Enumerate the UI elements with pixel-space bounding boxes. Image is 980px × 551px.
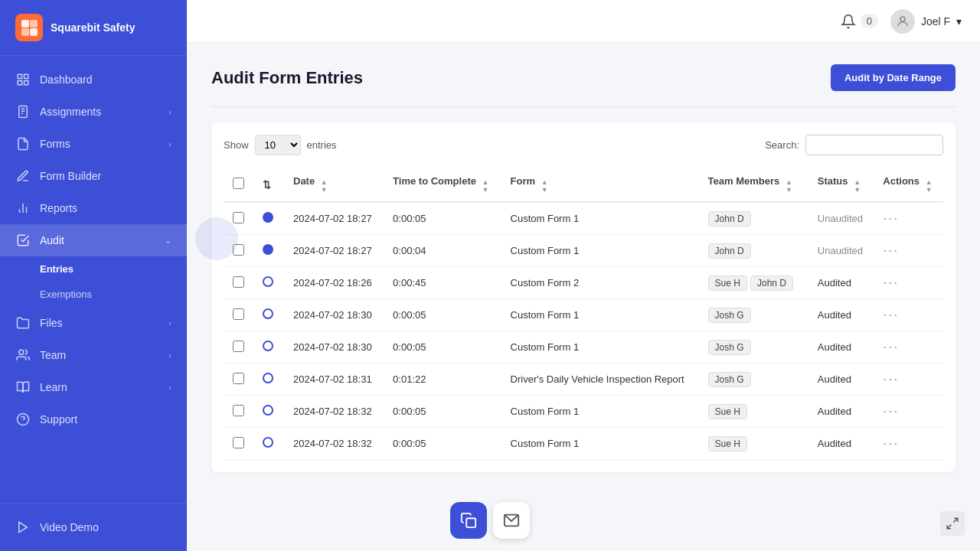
entries-select[interactable]: 10 25 50 100 (255, 135, 301, 155)
svg-marker-18 (19, 522, 28, 533)
svg-rect-5 (24, 74, 28, 78)
notification-count: 0 (861, 14, 878, 28)
status-dot (263, 212, 273, 223)
row-checkbox-cell (224, 299, 253, 331)
sidebar-item-form-builder[interactable]: Form Builder (0, 160, 187, 192)
sidebar-item-assignments[interactable]: Assignments › (0, 96, 187, 128)
actions-menu-button[interactable]: ··· (883, 339, 899, 355)
row-checkbox[interactable] (233, 308, 244, 320)
row-status: Audited (808, 299, 874, 331)
actions-menu-button[interactable]: ··· (883, 275, 899, 291)
actions-menu-button[interactable]: ··· (883, 403, 899, 419)
member-badge: John D (708, 243, 751, 259)
user-menu[interactable]: Joel F ▾ (890, 9, 962, 34)
row-status-dot-cell (253, 364, 284, 396)
time-col-header[interactable]: Time to Complete ▲▼ (384, 168, 501, 202)
row-actions: ··· (874, 299, 943, 331)
sidebar-label-team: Team (40, 349, 66, 361)
sidebar: Squarebit Safety Dashboard Assignments › (0, 0, 187, 551)
actions-menu-button[interactable]: ··· (883, 371, 899, 387)
member-badge: Josh G (708, 340, 751, 355)
row-status: Audited (808, 396, 874, 428)
sidebar-label-dashboard: Dashboard (40, 73, 93, 86)
row-form: Custom Form 1 (501, 202, 699, 235)
row-checkbox[interactable] (233, 405, 244, 416)
status-dot (263, 437, 273, 448)
sidebar-item-audit[interactable]: Audit ⌄ (0, 224, 187, 256)
row-form: Custom Form 1 (501, 235, 699, 267)
audit-by-date-range-button[interactable]: Audit by Date Range (831, 64, 956, 91)
row-checkbox[interactable] (233, 276, 244, 288)
form-col-header[interactable]: Form ▲▼ (501, 168, 699, 202)
row-checkbox[interactable] (233, 244, 244, 256)
svg-rect-1 (30, 20, 38, 28)
sidebar-item-support[interactable]: Support (0, 403, 187, 435)
status-col-header[interactable]: Status ▲▼ (808, 168, 874, 202)
members-col-header[interactable]: Team Members ▲▼ (699, 168, 808, 202)
table-row: 2024-07-02 18:30 0:00:05 Custom Form 1 J… (224, 299, 943, 331)
footer-action-bar (450, 502, 530, 539)
row-time: 0:01:22 (384, 364, 501, 396)
sidebar-subitem-entries[interactable]: Entries (40, 256, 187, 282)
sidebar-item-video-demo[interactable]: Video Demo (0, 511, 187, 543)
sidebar-subitem-exemptions[interactable]: Exemptions (40, 282, 187, 307)
row-checkbox[interactable] (233, 341, 244, 352)
row-date: 2024-07-02 18:30 (284, 299, 384, 331)
sort-col[interactable]: ⇅ (253, 168, 284, 202)
date-col-header[interactable]: Date ▲▼ (284, 168, 384, 202)
sidebar-item-learn[interactable]: Learn › (0, 371, 187, 403)
row-checkbox[interactable] (233, 212, 244, 223)
table-row: 2024-07-02 18:27 0:00:04 Custom Form 1 J… (224, 235, 943, 267)
table-row: 2024-07-02 18:31 0:01:22 Driver's Daily … (224, 364, 943, 396)
actions-menu-button[interactable]: ··· (883, 210, 899, 227)
member-badge: John D (750, 276, 793, 291)
row-checkbox-cell (224, 364, 253, 396)
chevron-icon: › (168, 350, 172, 360)
status-dot (263, 373, 273, 383)
actions-menu-button[interactable]: ··· (883, 243, 899, 259)
row-members: Sue HJohn D (699, 267, 808, 299)
sidebar-item-forms[interactable]: Forms › (0, 128, 187, 160)
files-icon (15, 315, 31, 331)
member-badge: Josh G (708, 372, 751, 387)
sidebar-item-files[interactable]: Files › (0, 307, 187, 339)
actions-col-header[interactable]: Actions ▲▼ (874, 168, 943, 202)
member-badge: Josh G (708, 308, 751, 323)
select-all-checkbox[interactable] (233, 178, 244, 189)
table-header: ⇅ Date ▲▼ Time to Complete ▲▼ Form ▲▼ Te (224, 168, 943, 202)
row-status-dot-cell (253, 235, 284, 267)
sidebar-item-team[interactable]: Team › (0, 339, 187, 371)
audit-subnav: Entries Exemptions (0, 256, 187, 307)
search-input[interactable] (805, 135, 943, 155)
copy-button[interactable] (450, 502, 487, 539)
expand-icon[interactable] (940, 511, 965, 536)
row-form: Custom Form 1 (501, 428, 699, 460)
row-actions: ··· (874, 202, 943, 235)
sidebar-label-audit: Audit (40, 234, 64, 246)
actions-menu-button[interactable]: ··· (883, 307, 899, 323)
svg-rect-3 (30, 28, 38, 36)
row-time: 0:00:05 (384, 331, 501, 364)
row-actions: ··· (874, 428, 943, 460)
row-members: Sue H (699, 428, 808, 460)
status-dot (263, 276, 273, 287)
row-date: 2024-07-02 18:31 (284, 364, 384, 396)
row-date: 2024-07-02 18:27 (284, 235, 384, 267)
row-members: Josh G (699, 364, 808, 396)
page-content: Audit Form Entries Audit by Date Range S… (187, 43, 980, 551)
search-label: Search: (765, 139, 799, 151)
sidebar-label-learn: Learn (40, 381, 67, 393)
search-box: Search: (765, 135, 943, 155)
row-checkbox[interactable] (233, 373, 244, 384)
divider (211, 106, 956, 107)
sidebar-item-dashboard[interactable]: Dashboard (0, 64, 187, 96)
actions-menu-button[interactable]: ··· (883, 435, 899, 452)
row-actions: ··· (874, 364, 943, 396)
row-time: 0:00:05 (384, 396, 501, 428)
notification-bell[interactable]: 0 (841, 14, 878, 29)
logo[interactable]: Squarebit Safety (0, 0, 187, 56)
user-name: Joel F (921, 15, 950, 28)
sidebar-item-reports[interactable]: Reports (0, 192, 187, 224)
row-checkbox[interactable] (233, 437, 244, 448)
email-button[interactable] (493, 502, 530, 539)
